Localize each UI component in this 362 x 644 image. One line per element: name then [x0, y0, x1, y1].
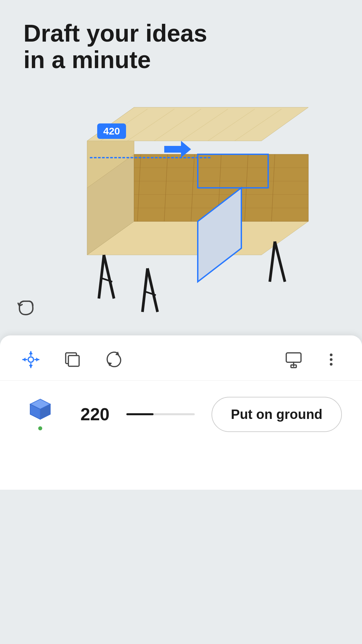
bottom-toolbar-right — [283, 349, 342, 370]
rotate-button[interactable] — [103, 349, 125, 370]
svg-point-65 — [38, 426, 42, 430]
bottom-panel: 220 Put on ground — [0, 335, 362, 490]
page-title: Draft your ideas in a minute — [23, 20, 207, 73]
svg-line-27 — [147, 268, 158, 312]
direction-arrow — [164, 141, 191, 159]
svg-point-42 — [28, 357, 34, 362]
svg-marker-50 — [36, 358, 39, 362]
svg-point-60 — [330, 363, 333, 366]
more-options-button[interactable] — [320, 349, 342, 370]
layers-button[interactable] — [62, 349, 83, 370]
svg-line-24 — [104, 255, 114, 299]
height-bar — [126, 413, 195, 415]
height-bar-fill — [126, 413, 154, 415]
viewport: Draft your ideas in a minute — [0, 0, 362, 490]
svg-point-59 — [330, 358, 333, 361]
svg-rect-52 — [68, 356, 79, 366]
svg-point-58 — [330, 354, 333, 356]
svg-marker-47 — [29, 352, 33, 354]
transform-button[interactable] — [20, 349, 42, 370]
svg-marker-49 — [23, 358, 25, 362]
height-value: 220 — [80, 404, 110, 424]
svg-line-26 — [142, 268, 147, 312]
format-button[interactable] — [283, 349, 304, 370]
measurement-line — [90, 157, 210, 158]
bottom-info-row: 220 Put on ground — [0, 381, 362, 448]
undo-button[interactable] — [13, 297, 38, 321]
measurement-label: 420 — [97, 123, 126, 139]
svg-rect-55 — [286, 353, 301, 362]
put-on-ground-button[interactable]: Put on ground — [212, 397, 342, 432]
svg-line-23 — [99, 255, 104, 299]
bottom-toolbar-left — [20, 349, 125, 370]
svg-line-30 — [275, 241, 285, 282]
svg-marker-48 — [29, 365, 33, 368]
bottom-toolbar-row — [0, 335, 362, 381]
svg-marker-31 — [164, 141, 191, 158]
object-icon-container — [20, 394, 60, 434]
